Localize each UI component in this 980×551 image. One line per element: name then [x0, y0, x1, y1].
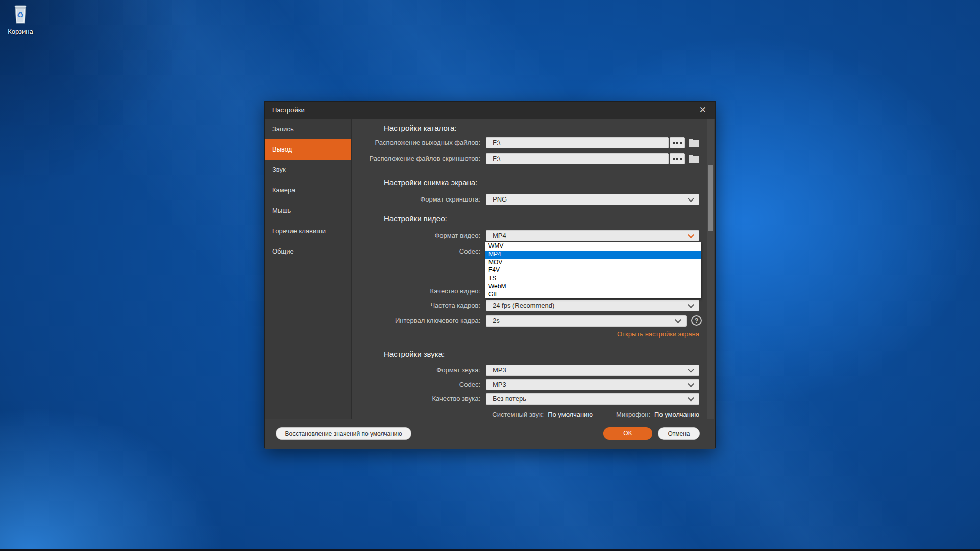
folder-open-icon[interactable]	[688, 154, 699, 163]
taskbar-edge	[0, 549, 980, 551]
sidebar: Запись Вывод Звук Камера Мышь Горячие кл…	[265, 119, 352, 419]
chevron-down-icon	[688, 366, 694, 373]
settings-content: Настройки каталога: Расположение выходны…	[352, 119, 716, 419]
audio-devices-line: Системный звук: По умолчанию Микрофон: П…	[492, 409, 699, 419]
dialog-title: Настройки	[272, 102, 305, 119]
sidebar-item-mouse[interactable]: Мышь	[265, 201, 351, 221]
section-heading-audio: Настройки звука:	[384, 348, 445, 360]
screenshot-format-select[interactable]: PNG	[486, 194, 699, 205]
sidebar-item-output[interactable]: Вывод	[265, 139, 351, 160]
dropdown-option-webm[interactable]: WebM	[485, 283, 701, 291]
dialog-titlebar[interactable]: Настройки ✕	[265, 102, 715, 119]
screenshot-location-input[interactable]: F:\	[486, 153, 669, 164]
section-heading-screenshot: Настройки снимка экрана:	[384, 177, 477, 188]
close-icon[interactable]: ✕	[699, 102, 706, 119]
open-screen-settings-link[interactable]: Открыть настройки экрана	[617, 330, 699, 338]
ellipsis-icon	[673, 142, 675, 144]
folder-open-icon[interactable]	[688, 138, 699, 147]
recycle-bin[interactable]: ♻ Корзина	[6, 4, 35, 35]
section-heading-directory: Настройки каталога:	[384, 122, 457, 134]
fps-value: 24 fps (Recommend)	[493, 300, 554, 311]
dropdown-option-mp4[interactable]: MP4	[485, 251, 701, 259]
audio-quality-row: Качество звука: Без потерь	[352, 393, 716, 405]
fps-select[interactable]: 24 fps (Recommend)	[486, 300, 699, 311]
screenshot-location-value: F:\	[493, 154, 500, 164]
system-sound-label: Системный звук:	[492, 411, 544, 418]
recycle-bin-icon: ♻	[11, 4, 30, 24]
restore-defaults-button[interactable]: Восстановление значений по умолчанию	[276, 427, 411, 440]
video-quality-label: Качество видео:	[430, 286, 480, 297]
settings-dialog: Настройки ✕ Запись Вывод Звук Камера Мыш…	[264, 101, 716, 448]
cancel-button[interactable]: Отмена	[658, 427, 700, 440]
audio-codec-label: Codec:	[459, 379, 480, 390]
video-format-select[interactable]: MP4	[486, 230, 699, 241]
section-heading-video: Настройки видео:	[384, 213, 447, 224]
help-icon[interactable]: ?	[691, 315, 702, 326]
microphone-label: Микрофон:	[616, 411, 650, 418]
sidebar-item-general[interactable]: Общие	[265, 241, 351, 262]
audio-codec-value: MP3	[493, 380, 506, 390]
dropdown-option-ts[interactable]: TS	[485, 274, 701, 283]
audio-codec-row: Codec: MP3	[352, 379, 716, 390]
screenshot-format-label: Формат скриншота:	[420, 194, 480, 205]
screenshot-location-row: Расположение файлов скриншотов: F:\	[352, 153, 716, 164]
video-format-dropdown: WMV MP4 MOV F4V TS WebM GIF	[485, 242, 701, 298]
sidebar-item-hotkeys[interactable]: Горячие клавиши	[265, 221, 351, 241]
keyframe-label: Интервал ключевого кадра:	[395, 315, 480, 327]
dropdown-option-f4v[interactable]: F4V	[485, 266, 701, 274]
sidebar-item-record[interactable]: Запись	[265, 119, 351, 139]
sidebar-item-camera[interactable]: Камера	[265, 180, 351, 201]
scrollbar-thumb[interactable]	[708, 165, 713, 231]
output-location-value: F:\	[493, 138, 500, 148]
fps-row: Частота кадров: 24 fps (Recommend)	[352, 300, 716, 311]
video-format-value: MP4	[493, 231, 506, 241]
audio-quality-label: Качество звука:	[432, 393, 480, 405]
audio-format-row: Формат звука: MP3	[352, 365, 716, 376]
screen-settings-link-row: Открыть настройки экрана	[617, 329, 699, 339]
audio-format-value: MP3	[493, 365, 506, 375]
audio-quality-value: Без потерь	[493, 394, 526, 404]
scrollbar[interactable]	[707, 119, 714, 419]
keyframe-row: Интервал ключевого кадра: 2s ?	[352, 315, 716, 327]
chevron-down-icon	[688, 395, 694, 402]
keyframe-value: 2s	[493, 316, 500, 326]
system-sound-value: По умолчанию	[548, 411, 593, 418]
fps-label: Частота кадров:	[430, 300, 480, 311]
audio-quality-select[interactable]: Без потерь	[486, 393, 699, 405]
dropdown-option-mov[interactable]: MOV	[485, 259, 701, 267]
recycle-symbol: ♻	[17, 11, 24, 19]
output-location-label: Расположение выходных файлов:	[375, 137, 480, 148]
output-location-input[interactable]: F:\	[486, 137, 669, 148]
microphone-value: По умолчанию	[654, 411, 699, 418]
video-format-row: Формат видео: MP4	[352, 230, 716, 241]
screenshot-location-label: Расположение файлов скриншотов:	[370, 153, 480, 164]
desktop-wallpaper: ♻ Корзина Настройки ✕ Запись Вывод Звук …	[0, 0, 980, 551]
chevron-down-icon	[688, 195, 694, 202]
audio-format-select[interactable]: MP3	[486, 365, 699, 376]
screenshot-format-row: Формат скриншота: PNG	[352, 194, 716, 205]
recycle-bin-label: Корзина	[6, 28, 35, 35]
output-location-row: Расположение выходных файлов: F:\	[352, 137, 716, 148]
video-format-label: Формат видео:	[434, 230, 480, 241]
audio-format-label: Формат звука:	[436, 365, 480, 376]
dropdown-option-wmv[interactable]: WMV	[485, 242, 701, 251]
chevron-down-icon	[675, 317, 681, 323]
ellipsis-icon	[673, 158, 675, 160]
ok-button[interactable]: OK	[603, 427, 652, 440]
chevron-down-icon	[688, 302, 694, 308]
audio-codec-select[interactable]: MP3	[486, 379, 699, 390]
chevron-down-icon	[688, 232, 694, 238]
dialog-footer: Восстановление значений по умолчанию OK …	[265, 419, 715, 449]
sidebar-item-sound[interactable]: Звук	[265, 160, 351, 180]
chevron-down-icon	[688, 381, 694, 387]
output-browse-button[interactable]	[670, 137, 685, 148]
screenshot-format-value: PNG	[493, 194, 507, 205]
keyframe-select[interactable]: 2s	[486, 315, 687, 327]
dropdown-option-gif[interactable]: GIF	[485, 291, 701, 299]
screenshot-browse-button[interactable]	[670, 153, 685, 164]
video-codec-label: Codec:	[459, 246, 480, 257]
